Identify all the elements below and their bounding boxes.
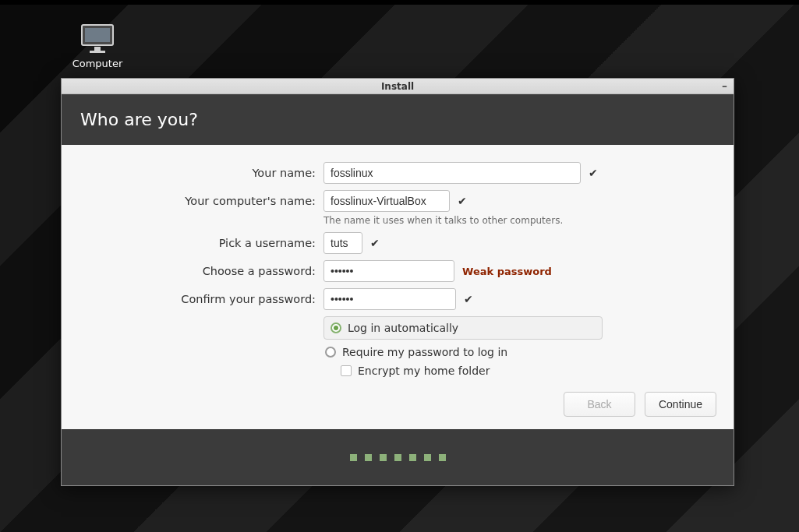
installer-header: Who are you? bbox=[62, 94, 734, 145]
password-label: Choose a password: bbox=[77, 260, 323, 277]
computer-name-helper: The name it uses when it talks to other … bbox=[323, 215, 563, 226]
radio-selected-icon bbox=[331, 322, 341, 333]
computer-name-label: Your computer's name: bbox=[77, 190, 323, 207]
progress-dot bbox=[394, 454, 401, 461]
progress-dot bbox=[350, 454, 357, 461]
computer-name-input[interactable] bbox=[323, 190, 450, 212]
encrypt-home-label: Encrypt my home folder bbox=[358, 365, 490, 377]
progress-dot bbox=[439, 454, 446, 461]
nav-buttons: Back Continue bbox=[564, 392, 716, 417]
require-password-label: Require my password to log in bbox=[342, 346, 507, 358]
password-strength: Weak password bbox=[462, 266, 552, 277]
check-icon: ✔ bbox=[370, 237, 380, 249]
top-strip bbox=[0, 0, 799, 5]
confirm-password-label: Confirm your password: bbox=[77, 288, 323, 305]
window-title: Install bbox=[381, 81, 414, 92]
minimize-icon[interactable]: – bbox=[722, 80, 727, 91]
back-button[interactable]: Back bbox=[564, 392, 635, 417]
your-name-input[interactable] bbox=[323, 162, 581, 184]
progress-dot bbox=[409, 454, 416, 461]
check-icon: ✔ bbox=[589, 167, 598, 179]
progress-dot bbox=[380, 454, 387, 461]
encrypt-home-option[interactable]: Encrypt my home folder bbox=[323, 365, 603, 377]
svg-rect-1 bbox=[85, 28, 110, 42]
svg-rect-2 bbox=[94, 47, 101, 51]
password-input[interactable] bbox=[323, 260, 454, 282]
desktop-icon-label: Computer bbox=[70, 58, 125, 69]
check-icon: ✔ bbox=[458, 195, 467, 207]
checkbox-unchecked-icon bbox=[341, 365, 352, 376]
page-title: Who are you? bbox=[80, 110, 715, 129]
require-password-option[interactable]: Require my password to log in bbox=[323, 346, 603, 358]
desktop-icon-computer[interactable]: Computer bbox=[70, 23, 125, 69]
check-icon: ✔ bbox=[464, 293, 473, 305]
login-automatically-label: Log in automatically bbox=[348, 322, 458, 334]
computer-icon bbox=[80, 23, 115, 55]
progress-dots bbox=[62, 429, 734, 485]
radio-unselected-icon bbox=[325, 347, 336, 358]
progress-dot bbox=[424, 454, 431, 461]
your-name-label: Your name: bbox=[77, 162, 323, 179]
window-titlebar[interactable]: Install – bbox=[62, 79, 734, 94]
installer-body: Your name: ✔ Your computer's name: ✔ The… bbox=[62, 145, 734, 429]
svg-rect-3 bbox=[90, 51, 105, 53]
continue-button[interactable]: Continue bbox=[645, 392, 716, 417]
confirm-password-input[interactable] bbox=[323, 288, 456, 310]
progress-dot bbox=[365, 454, 372, 461]
username-label: Pick a username: bbox=[77, 232, 323, 249]
install-window: Install – Who are you? Your name: ✔ Your… bbox=[61, 78, 734, 486]
login-automatically-option[interactable]: Log in automatically bbox=[323, 316, 603, 340]
username-input[interactable] bbox=[323, 232, 362, 254]
